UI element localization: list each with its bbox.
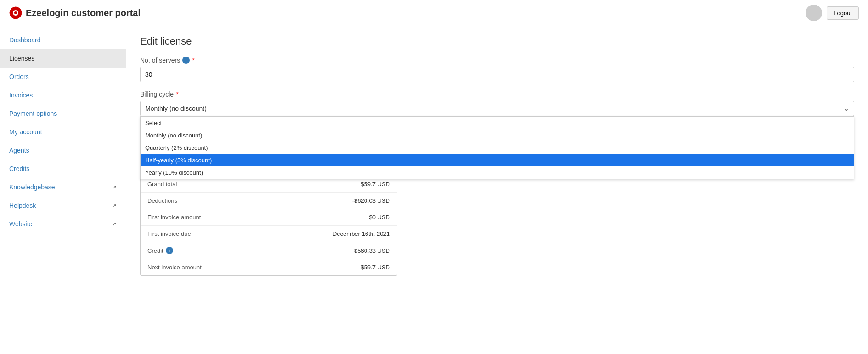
servers-required: * — [192, 57, 194, 64]
sidebar-item-licenses[interactable]: Licenses — [0, 49, 126, 68]
svg-point-2 — [14, 11, 17, 14]
sidebar-item-dashboard[interactable]: Dashboard — [0, 31, 126, 49]
billing-dropdown-options: Select Monthly (no discount) Quarterly (… — [140, 116, 854, 179]
billing-option-quarterly[interactable]: Quarterly (2% discount) — [141, 142, 854, 154]
billing-option-yearly[interactable]: Yearly (10% discount) — [141, 166, 854, 179]
header-right: Logout — [806, 5, 859, 21]
price-row-first-invoice-amount: First invoice amount $0 USD — [141, 209, 397, 226]
grand-total-label: Grand total — [147, 181, 361, 188]
avatar — [806, 5, 822, 21]
layout: Dashboard Licenses Orders Invoices Payme… — [0, 26, 868, 354]
servers-info-icon[interactable]: i — [182, 57, 190, 64]
deductions-value: -$620.03 USD — [352, 197, 390, 204]
credit-value: $560.33 USD — [354, 247, 390, 254]
external-link-icon: ➚ — [112, 184, 117, 190]
billing-field-group: Billing cycle * Monthly (no discount) ⌄ … — [140, 91, 854, 116]
first-invoice-amount-label: First invoice amount — [147, 214, 369, 221]
price-row-credit: Credit i $560.33 USD — [141, 242, 397, 259]
sidebar-item-website[interactable]: Website ➚ — [0, 215, 126, 233]
billing-cycle-select[interactable]: Monthly (no discount) ⌄ — [140, 101, 854, 116]
price-row-deductions: Deductions -$620.03 USD — [141, 193, 397, 209]
page-title: Edit license — [140, 35, 854, 47]
servers-input[interactable] — [140, 67, 854, 82]
billing-option-monthly[interactable]: Monthly (no discount) — [141, 129, 854, 142]
external-link-icon: ➚ — [112, 221, 117, 227]
first-invoice-due-value: December 16th, 2021 — [333, 230, 390, 237]
billing-label: Billing cycle * — [140, 91, 854, 98]
sidebar: Dashboard Licenses Orders Invoices Payme… — [0, 26, 126, 354]
first-invoice-amount-value: $0 USD — [369, 214, 390, 221]
sidebar-item-invoices[interactable]: Invoices — [0, 86, 126, 104]
sidebar-item-agents[interactable]: Agents — [0, 141, 126, 160]
sidebar-item-credits[interactable]: Credits — [0, 160, 126, 178]
next-invoice-value: $59.7 USD — [361, 264, 390, 271]
sidebar-item-knowledgebase[interactable]: Knowledgebase ➚ — [0, 178, 126, 196]
sidebar-item-payment-options[interactable]: Payment options — [0, 104, 126, 123]
servers-field-group: No. of servers i * — [140, 57, 854, 82]
billing-required: * — [176, 91, 178, 98]
logo: Ezeelogin customer portal — [9, 6, 141, 19]
sidebar-item-orders[interactable]: Orders — [0, 68, 126, 86]
grand-total-value: $59.7 USD — [361, 181, 390, 188]
external-link-icon: ➚ — [112, 202, 117, 209]
servers-label: No. of servers i * — [140, 57, 854, 64]
credit-label: Credit i — [147, 247, 354, 254]
sidebar-item-my-account[interactable]: My account — [0, 123, 126, 141]
price-row-first-invoice-due: First invoice due December 16th, 2021 — [141, 226, 397, 242]
first-invoice-due-label: First invoice due — [147, 230, 333, 237]
price-row-next-invoice: Next invoice amount $59.7 USD — [141, 259, 397, 275]
credit-info-icon[interactable]: i — [166, 247, 173, 254]
billing-cycle-container: Monthly (no discount) ⌄ Select Monthly (… — [140, 101, 854, 116]
next-invoice-label: Next invoice amount — [147, 264, 361, 271]
billing-option-select[interactable]: Select — [141, 117, 854, 129]
logout-button[interactable]: Logout — [827, 6, 859, 20]
sidebar-item-helpdesk[interactable]: Helpdesk ➚ — [0, 196, 126, 215]
logo-icon — [9, 6, 22, 19]
main-content: Edit license No. of servers i * Billing … — [126, 26, 868, 354]
header: Ezeelogin customer portal Logout — [0, 0, 868, 26]
deductions-label: Deductions — [147, 197, 352, 204]
billing-option-half-yearly[interactable]: Half-yearly (5% discount) — [141, 154, 854, 166]
chevron-down-icon: ⌄ — [844, 105, 849, 112]
logo-text: Ezeelogin customer portal — [26, 8, 141, 18]
